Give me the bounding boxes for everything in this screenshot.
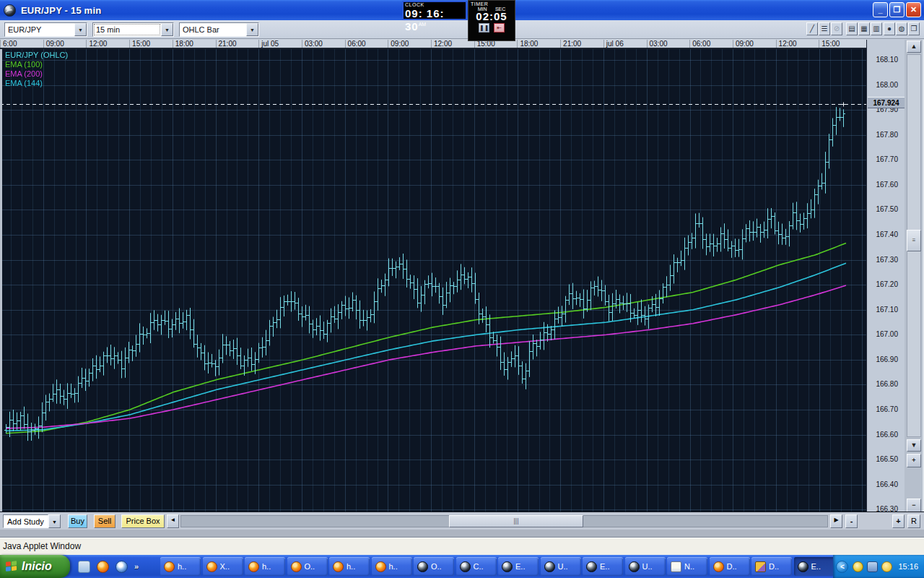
price-axis[interactable]: 167.924 168.10168.00167.90167.80167.7016… bbox=[866, 40, 905, 513]
start-label: Inicio bbox=[22, 560, 52, 573]
docs-icon bbox=[755, 561, 766, 572]
notes-icon bbox=[671, 561, 681, 572]
time-axis-label: 6:00 bbox=[0, 40, 17, 49]
horizontal-zoom-out-button[interactable]: - bbox=[845, 514, 858, 528]
task-button-label: h.. bbox=[262, 562, 271, 571]
task-button-label: U.. bbox=[558, 562, 568, 571]
tray-hide-icons-chevron[interactable]: < bbox=[836, 561, 848, 573]
clock-tray-icon[interactable] bbox=[853, 561, 863, 572]
time-axis-label: jul 06 bbox=[603, 40, 624, 49]
task-button[interactable]: E.. bbox=[794, 557, 834, 576]
timer-reset-button[interactable]: ⇤ bbox=[494, 23, 505, 33]
reset-chart-button[interactable]: R bbox=[907, 514, 920, 528]
mail-icon[interactable] bbox=[78, 561, 90, 573]
app-globe-icon bbox=[4, 4, 16, 17]
task-button[interactable]: h.. bbox=[160, 557, 201, 576]
legend-item: EMA (200) bbox=[5, 69, 68, 79]
task-button-label: E.. bbox=[811, 562, 821, 571]
task-button[interactable]: N.. bbox=[667, 557, 707, 576]
price-axis-label: 166.90 bbox=[876, 355, 898, 363]
task-button[interactable]: X.. bbox=[203, 557, 243, 576]
expand-study-tool-icon[interactable]: ☰ bbox=[819, 22, 830, 35]
globe-dark-toggle-icon[interactable]: ● bbox=[884, 22, 895, 35]
price-axis-label: 167.20 bbox=[876, 280, 898, 288]
task-button[interactable]: O.. bbox=[287, 557, 328, 576]
task-button[interactable]: D.. bbox=[751, 557, 792, 576]
restore-button[interactable]: ❐ bbox=[889, 2, 905, 17]
task-button-label: h.. bbox=[178, 562, 186, 571]
price-axis-label: 167.70 bbox=[876, 155, 898, 163]
globe-pattern-toggle-icon[interactable]: ◍ bbox=[896, 22, 907, 35]
close-button[interactable]: ✕ bbox=[906, 2, 921, 17]
media-player-icon[interactable] bbox=[116, 561, 128, 573]
firefox-icon[interactable] bbox=[97, 561, 109, 573]
clock-label: CLOCK bbox=[405, 2, 464, 7]
time-axis-label: 15:00 bbox=[129, 40, 150, 49]
network-monitors-icon[interactable] bbox=[867, 561, 878, 572]
timer-label: TIMER bbox=[471, 1, 513, 7]
ellipse-tool-icon: ⊘ bbox=[831, 22, 842, 35]
price-axis-label: 166.70 bbox=[876, 405, 898, 413]
task-button[interactable]: E.. bbox=[583, 557, 623, 576]
taskbar-clock: 15:16 bbox=[898, 562, 918, 571]
scroll-up-button[interactable]: ▲ bbox=[907, 40, 921, 53]
quick-launch-overflow-chevron[interactable]: » bbox=[134, 562, 139, 571]
horizontal-zoom-in-button[interactable]: + bbox=[892, 514, 905, 528]
task-button-label: D.. bbox=[769, 562, 779, 571]
task-button[interactable]: h.. bbox=[245, 557, 285, 576]
time-axis-label: 18:00 bbox=[517, 40, 538, 49]
scroll-left-button[interactable]: ◄ bbox=[167, 514, 179, 528]
price-axis-label: 166.80 bbox=[876, 380, 898, 388]
clock-panel[interactable]: CLOCK 09: 16: 30AM bbox=[402, 1, 467, 20]
status-bar: Java Applet Window bbox=[0, 538, 924, 555]
task-button[interactable]: h.. bbox=[372, 557, 412, 576]
grid-layout-2-icon[interactable]: ▦ bbox=[858, 22, 870, 35]
timer-panel[interactable]: TIMER MIN SEC 02:05 ❚❚ ⇤ bbox=[468, 0, 515, 41]
trend-line-tool-icon[interactable]: ╱ bbox=[806, 22, 818, 35]
sell-button[interactable]: Sell bbox=[94, 514, 116, 528]
grid-layout-1-icon[interactable]: ▤ bbox=[846, 22, 858, 35]
messenger-icon[interactable] bbox=[881, 561, 892, 572]
vertical-scrollbar-thumb[interactable]: ≡ bbox=[907, 230, 921, 251]
bottom-toolbar: Add Study ▼ Buy Sell Price Box ◄ ||| ▶ -… bbox=[0, 512, 924, 530]
timer-pause-button[interactable]: ❚❚ bbox=[479, 23, 489, 33]
buy-button[interactable]: Buy bbox=[68, 514, 87, 528]
globe-icon bbox=[629, 561, 640, 572]
task-button[interactable]: D.. bbox=[710, 557, 750, 576]
time-axis-label: jul 05 bbox=[258, 40, 279, 49]
task-button[interactable]: C.. bbox=[456, 557, 497, 576]
taskbar: Inicio » h..X..h..O..h..h..O..C..E..U..E… bbox=[0, 555, 924, 578]
start-button[interactable]: Inicio bbox=[0, 555, 70, 578]
task-button[interactable]: O.. bbox=[414, 557, 454, 576]
add-study-dropdown-arrow-icon[interactable]: ▼ bbox=[48, 514, 61, 528]
chart-canvas[interactable] bbox=[0, 49, 866, 512]
chart-plot-area[interactable]: EUR/JPY (OHLC)EMA (100)EMA (200)EMA (144… bbox=[0, 49, 866, 512]
time-axis-label: 09:00 bbox=[43, 40, 64, 49]
time-axis-label: 09:00 bbox=[388, 40, 409, 49]
grid-layout-3-icon[interactable]: ▥ bbox=[871, 22, 882, 35]
quick-launch-bar: » bbox=[78, 555, 139, 578]
legend-item: EMA (144) bbox=[5, 79, 68, 88]
firefox-icon bbox=[375, 561, 386, 572]
clock-time: 09: 16: 30 bbox=[405, 7, 445, 33]
scroll-down-button[interactable]: ▼ bbox=[907, 439, 921, 452]
price-box-button[interactable]: Price Box bbox=[121, 514, 165, 528]
time-axis-label: 06:00 bbox=[689, 40, 710, 49]
cascade-windows-icon[interactable]: ❐ bbox=[908, 22, 920, 35]
scroll-right-button[interactable]: ▶ bbox=[830, 514, 842, 528]
horizontal-scrollbar-thumb[interactable]: ||| bbox=[449, 515, 583, 527]
globe-icon bbox=[798, 561, 808, 572]
task-button[interactable]: U.. bbox=[541, 557, 581, 576]
add-study-combo[interactable]: Add Study bbox=[3, 514, 48, 528]
task-button[interactable]: E.. bbox=[498, 557, 539, 576]
vertical-zoom-out-button[interactable]: − bbox=[907, 499, 921, 512]
minimize-button[interactable]: _ bbox=[873, 2, 888, 17]
task-button[interactable]: U.. bbox=[625, 557, 666, 576]
price-axis-label: 166.50 bbox=[876, 455, 898, 463]
time-axis-label: 15:00 bbox=[819, 40, 840, 49]
task-button[interactable]: h.. bbox=[329, 557, 370, 576]
time-axis-label: 12:00 bbox=[431, 40, 452, 49]
windows-flag-icon bbox=[6, 561, 17, 572]
vertical-zoom-in-button[interactable]: + bbox=[907, 454, 921, 467]
legend-item: EUR/JPY (OHLC) bbox=[5, 51, 68, 60]
